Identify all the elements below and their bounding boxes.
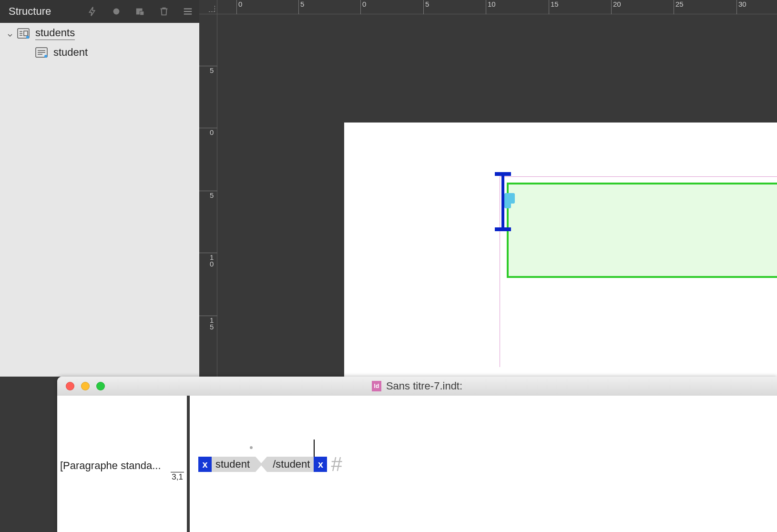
xml-root-element-icon (17, 28, 30, 39)
story-style-column: [Paragraphe standa... 3,1 (57, 396, 187, 532)
ruler-tick-label: 0 (210, 129, 214, 136)
structure-panel-title: Structure (9, 5, 51, 18)
tree-item-student[interactable]: student (0, 43, 199, 62)
structure-panel-header: Structure (0, 0, 199, 23)
xml-element-icon (35, 47, 48, 58)
svg-point-8 (44, 55, 47, 58)
margin-guide-horizontal (500, 176, 777, 177)
story-editor-window: Id Sans titre-7.indt: [Paragraphe standa… (57, 377, 777, 532)
story-text-area[interactable]: x student /student x # (190, 396, 777, 532)
ruler-tick-label: 20 (613, 0, 621, 8)
margin-guide-vertical (500, 176, 500, 367)
window-titlebar[interactable]: Id Sans titre-7.indt: (57, 377, 777, 396)
ruler-origin[interactable] (199, 0, 217, 14)
ruler-tick-label: 10 (488, 0, 496, 8)
anchor-marker-icon (250, 446, 253, 449)
add-element-icon[interactable] (134, 6, 146, 17)
tag-label: student (212, 457, 256, 472)
ruler-tick-label: 5 (425, 0, 429, 8)
ruler-tick-label: 30 (738, 0, 746, 8)
trash-icon[interactable] (158, 6, 170, 17)
tree-label: students (35, 27, 75, 40)
ruler-tick-label: 25 (675, 0, 684, 8)
tree-label: student (53, 46, 88, 59)
ruler-tick-label: 1 0 (210, 254, 214, 267)
window-close-button[interactable] (66, 382, 74, 390)
horizontal-ruler[interactable]: 0 5 0 5 10 15 20 25 30 (217, 0, 777, 14)
ruler-tick-label: 5 (210, 192, 214, 199)
svg-rect-5 (24, 31, 28, 36)
ruler-tick-label: 1 5 (210, 317, 214, 330)
window-minimize-button[interactable] (81, 382, 90, 390)
indesign-doc-icon: Id (372, 381, 381, 391)
window-title: Sans titre-7.indt: (386, 380, 462, 392)
text-frame[interactable] (507, 183, 777, 278)
panel-menu-icon[interactable] (182, 6, 194, 17)
disclosure-triangle-icon[interactable] (7, 30, 13, 37)
tree-item-students[interactable]: students (0, 24, 199, 43)
ruler-tick-label: 15 (551, 0, 559, 8)
structure-panel: Structure s (0, 0, 199, 377)
xml-open-tag[interactable]: x student (198, 457, 256, 472)
tag-label: /student (267, 457, 314, 472)
xml-close-tag[interactable]: /student x (267, 457, 327, 472)
document-canvas[interactable]: 0 5 0 5 10 15 20 25 30 5 0 5 1 0 1 5 (199, 0, 777, 377)
snippet-icon[interactable] (111, 6, 122, 17)
ruler-tick-label: 5 (210, 67, 214, 74)
ruler-tick-label: 0 (238, 0, 242, 8)
paragraph-style-name[interactable]: [Paragraphe standa... (60, 460, 161, 472)
validate-icon[interactable] (87, 6, 98, 17)
structure-tree: students student (0, 24, 199, 62)
vertical-ruler[interactable]: 5 0 5 1 0 1 5 (199, 14, 217, 377)
ruler-tick-label: 0 (362, 0, 366, 8)
pasteboard[interactable] (217, 14, 777, 377)
svg-point-0 (113, 9, 120, 15)
tag-marker-icon: x (314, 457, 327, 472)
end-of-story-marker: # (331, 453, 342, 476)
svg-point-6 (26, 36, 29, 39)
ruler-tick-label: 5 (300, 0, 304, 8)
window-zoom-button[interactable] (96, 382, 105, 390)
svg-rect-3 (140, 11, 143, 15)
tag-marker-icon: x (198, 457, 212, 472)
story-depth-indicator: 3,1 (171, 472, 184, 482)
